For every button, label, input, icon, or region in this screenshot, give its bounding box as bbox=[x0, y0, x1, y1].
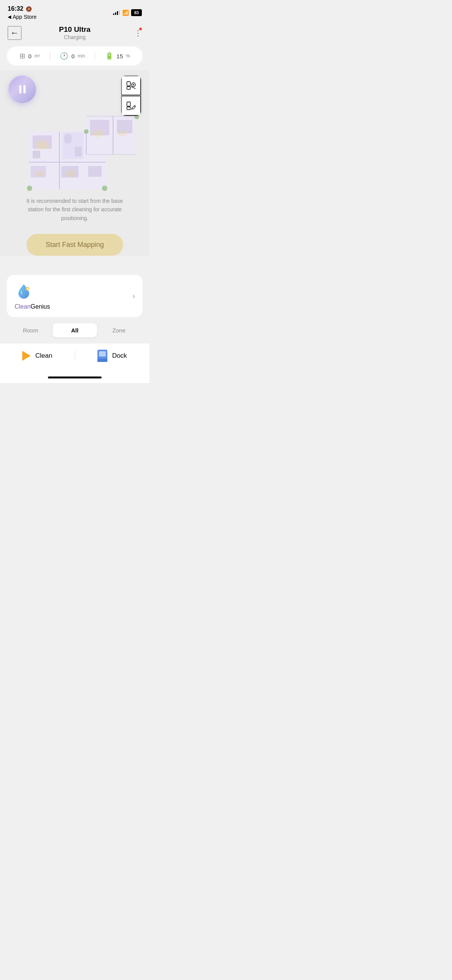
svg-rect-0 bbox=[127, 82, 130, 86]
status-bar: 16:32 🔕 ◀ App Store 📶 83 bbox=[0, 0, 150, 22]
view-map-icon bbox=[126, 80, 136, 91]
area-stat: ⊞ 0 m² bbox=[20, 52, 40, 60]
back-arrow-icon: ← bbox=[10, 28, 19, 38]
clean-label-btn: Clean bbox=[35, 352, 52, 360]
pause-button[interactable] bbox=[8, 76, 36, 103]
dock-label-btn: Dock bbox=[112, 352, 127, 360]
tab-room[interactable]: Room bbox=[8, 323, 53, 337]
battery-indicator: 83 bbox=[131, 9, 142, 16]
stat-divider-2 bbox=[95, 52, 95, 60]
start-fast-mapping-button[interactable]: Start Fast Mapping bbox=[26, 234, 123, 256]
back-to-appstore[interactable]: ◀ App Store bbox=[8, 14, 36, 20]
time-stat: 🕐 0 min bbox=[60, 52, 85, 60]
battery-stat: 🔋 15 % bbox=[105, 52, 130, 60]
svg-rect-6 bbox=[127, 107, 130, 110]
battery-unit: % bbox=[126, 53, 130, 59]
svg-text:✦: ✦ bbox=[26, 288, 29, 291]
signal-icon bbox=[113, 10, 120, 15]
back-button[interactable]: ← bbox=[8, 26, 21, 40]
svg-point-31 bbox=[66, 170, 76, 178]
time-icon: 🕐 bbox=[60, 52, 68, 60]
svg-point-29 bbox=[118, 130, 127, 136]
device-status: Charging bbox=[59, 34, 90, 40]
more-button[interactable]: ⋮ bbox=[128, 26, 142, 40]
time-value: 0 bbox=[71, 53, 74, 59]
svg-rect-34 bbox=[64, 134, 72, 143]
tab-selector: Room All Zone bbox=[7, 322, 143, 339]
battery-level: 83 bbox=[134, 10, 139, 15]
svg-line-7 bbox=[131, 108, 132, 110]
view-map-button[interactable] bbox=[121, 76, 141, 95]
svg-point-32 bbox=[36, 171, 45, 177]
home-bar bbox=[48, 377, 102, 378]
wifi-icon: 📶 bbox=[122, 10, 129, 16]
clean-genius-icon: ✦ bbox=[15, 282, 33, 300]
bottom-action-bar: Clean Dock bbox=[0, 344, 150, 373]
battery-stat-icon: 🔋 bbox=[105, 52, 113, 60]
status-time: 16:32 bbox=[8, 5, 23, 12]
header-center: P10 Ultra Charging bbox=[59, 25, 90, 40]
more-dots-icon: ⋮ bbox=[134, 29, 142, 37]
stats-bar: ⊞ 0 m² 🕐 0 min 🔋 15 % bbox=[7, 46, 143, 66]
edit-map-icon bbox=[126, 100, 136, 111]
svg-point-25 bbox=[27, 186, 32, 191]
battery-value: 15 bbox=[117, 53, 123, 59]
chevron-right-icon: › bbox=[133, 292, 135, 300]
nav-header: ← P10 Ultra Charging ⋮ bbox=[0, 22, 150, 44]
area-unit: m² bbox=[35, 53, 40, 59]
status-indicators: 📶 83 bbox=[113, 9, 142, 16]
stat-divider-1 bbox=[50, 52, 50, 60]
device-name: P10 Ultra bbox=[59, 25, 90, 34]
dock-button[interactable]: Dock bbox=[75, 350, 150, 362]
map-description: It is recommended to start from the base… bbox=[0, 197, 150, 222]
pause-icon bbox=[19, 85, 26, 94]
genius-label: Genius bbox=[31, 303, 50, 310]
clean-button[interactable]: Clean bbox=[0, 351, 75, 361]
clean-label: Clean bbox=[15, 303, 31, 310]
svg-rect-5 bbox=[127, 102, 130, 106]
clean-genius-name: CleanGenius bbox=[15, 303, 50, 310]
area-value: 0 bbox=[28, 53, 31, 59]
svg-point-28 bbox=[92, 130, 104, 137]
tab-zone[interactable]: Zone bbox=[97, 323, 141, 337]
tab-all[interactable]: All bbox=[53, 323, 97, 337]
map-area: It is recommended to start from the base… bbox=[0, 70, 150, 256]
svg-rect-35 bbox=[75, 147, 82, 156]
svg-rect-1 bbox=[127, 87, 130, 89]
home-indicator-bar bbox=[0, 373, 150, 383]
area-icon: ⊞ bbox=[20, 52, 25, 60]
time-unit: min bbox=[77, 53, 85, 59]
svg-point-23 bbox=[84, 129, 89, 134]
map-controls bbox=[121, 76, 141, 116]
svg-point-3 bbox=[133, 84, 134, 86]
svg-point-26 bbox=[102, 186, 107, 191]
floor-plan-svg bbox=[21, 109, 144, 193]
svg-point-27 bbox=[35, 140, 49, 150]
edit-map-button[interactable] bbox=[121, 96, 141, 116]
svg-rect-22 bbox=[88, 166, 102, 177]
floor-plan bbox=[21, 109, 128, 185]
back-arrow-small: ◀ bbox=[8, 14, 11, 20]
play-icon bbox=[22, 351, 31, 361]
svg-rect-17 bbox=[33, 151, 40, 158]
clean-genius-left: ✦ CleanGenius bbox=[15, 282, 50, 310]
bell-icon: 🔕 bbox=[26, 6, 32, 12]
dock-icon bbox=[97, 350, 107, 362]
appstore-label: App Store bbox=[13, 14, 36, 20]
clean-genius-card[interactable]: ✦ CleanGenius › bbox=[7, 275, 143, 317]
notification-dot bbox=[139, 28, 142, 30]
